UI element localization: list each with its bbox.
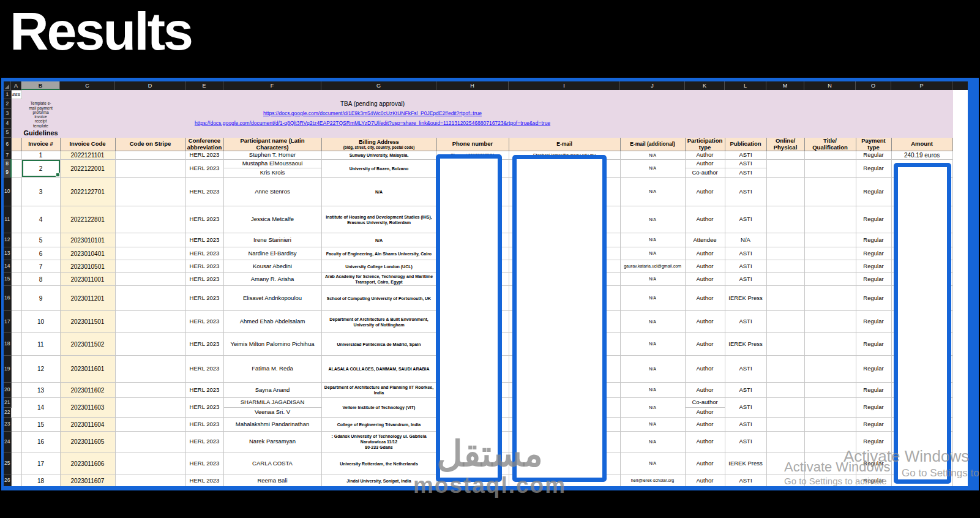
cell-billing[interactable]: Jindal University, Sonipat, India xyxy=(321,475,436,486)
cell-invoice-code[interactable]: 2023011607 xyxy=(60,475,115,486)
cell[interactable] xyxy=(115,398,185,418)
cell-conference[interactable]: HERL 2023 xyxy=(185,475,223,486)
cell-invoice-num[interactable]: 12 xyxy=(21,356,60,383)
cell-template-note[interactable]: Template e- mail payment proforma invoic… xyxy=(21,99,60,129)
cell-participant[interactable]: Narek Parsamyan xyxy=(223,432,321,452)
column-header[interactable]: C xyxy=(60,81,115,90)
cell-payment[interactable]: Regular xyxy=(856,418,891,432)
cell[interactable] xyxy=(11,383,21,398)
cell[interactable] xyxy=(766,206,804,233)
row-header[interactable]: 25 xyxy=(4,452,11,475)
row-header[interactable]: 21 xyxy=(4,398,11,408)
cell-publication[interactable]: N/A xyxy=(725,233,766,247)
cell-invoice-num[interactable]: 1 xyxy=(21,151,60,160)
cell-invoice-num[interactable]: 7 xyxy=(21,260,60,273)
column-header[interactable]: I xyxy=(509,81,620,90)
cell-conference[interactable]: HERL 2023 xyxy=(185,233,223,247)
cell-billing[interactable]: Universidad Politécnica de Madrid, Spain xyxy=(321,333,436,356)
cell[interactable] xyxy=(11,178,21,206)
cell-participant[interactable]: Jessica Metcalfe xyxy=(223,206,321,233)
cell[interactable] xyxy=(115,356,185,383)
row-header[interactable]: 20 xyxy=(4,383,11,398)
cell-publication[interactable]: ASTI xyxy=(725,260,766,273)
cell-invoice-code[interactable]: 2023011001 xyxy=(60,273,115,286)
cell[interactable] xyxy=(11,233,21,247)
cell[interactable] xyxy=(766,178,804,206)
cell-participation[interactable]: Author xyxy=(685,408,725,418)
cell-email-additional[interactable]: N/A xyxy=(620,206,685,233)
cell-email-additional[interactable]: N/A xyxy=(620,383,685,398)
col-header-online-physical[interactable]: Online/ Physical xyxy=(766,138,804,151)
cell-billing[interactable]: Institute of Housing and Development Stu… xyxy=(321,206,436,233)
cell-publication[interactable]: ASTI xyxy=(725,206,766,233)
cell-participation[interactable]: Author xyxy=(685,247,725,260)
cell-publication[interactable]: ASTI xyxy=(725,398,766,418)
column-header[interactable]: M xyxy=(766,81,804,90)
cell-conference[interactable]: HERL 2023 xyxy=(185,178,223,206)
cell-email-additional[interactable]: N/A xyxy=(620,418,685,432)
cell-conference[interactable]: HERL 2023 xyxy=(185,418,223,432)
cell-invoice-num[interactable]: 10 xyxy=(21,311,60,333)
cell[interactable] xyxy=(766,475,804,486)
cell-payment[interactable]: Regular xyxy=(856,260,891,273)
cell-tba[interactable]: TBA (pending approval) xyxy=(60,99,685,109)
cell-participant[interactable]: Reema Bali xyxy=(223,475,321,486)
cell[interactable] xyxy=(804,206,856,233)
column-header[interactable]: P xyxy=(891,81,952,90)
cell-email-additional[interactable]: N/A xyxy=(620,247,685,260)
cell-a1[interactable]: ### xyxy=(11,91,21,99)
cell[interactable] xyxy=(11,119,21,129)
cell-publication[interactable]: ASTI xyxy=(725,178,766,206)
cell[interactable] xyxy=(11,418,21,432)
cell-participation[interactable]: Co-author xyxy=(685,168,725,178)
cell-billing[interactable]: ALASALA COLLAGES, DAMMAM, SAUDI ARABIA xyxy=(321,356,436,383)
cell[interactable] xyxy=(11,286,21,311)
cell[interactable] xyxy=(804,273,856,286)
row-header[interactable]: 22 xyxy=(4,408,11,418)
cell-payment[interactable]: Regular xyxy=(856,160,891,178)
cell-amount[interactable]: 240.19 euros xyxy=(891,151,952,160)
col-header-participation[interactable]: Participation type xyxy=(685,138,725,151)
cell[interactable] xyxy=(11,151,21,160)
row-header[interactable]: 1 xyxy=(4,91,11,99)
cell-conference[interactable]: HERL 2023 xyxy=(185,383,223,398)
cell[interactable] xyxy=(115,273,185,286)
cell[interactable] xyxy=(115,260,185,273)
cell-email-additional[interactable]: N/A xyxy=(620,178,685,206)
cell[interactable] xyxy=(804,233,856,247)
cell-participation[interactable]: Author xyxy=(685,418,725,432)
cell[interactable] xyxy=(766,160,804,178)
cell-billing[interactable]: Vellore Institute of Technology (VIT) xyxy=(321,398,436,418)
cell-participant[interactable]: Veenaa Sri. V xyxy=(223,408,321,418)
cell[interactable] xyxy=(11,109,21,119)
cell-invoice-num[interactable]: 17 xyxy=(21,452,60,475)
cell-invoice-num[interactable]: 11 xyxy=(21,333,60,356)
cell-invoice-code[interactable]: 2022121101 xyxy=(60,151,115,160)
cell-participant[interactable]: Ahmed Ehab Abdelsalam xyxy=(223,311,321,333)
cell-email-additional[interactable]: gaurav.kataria.ucl@gmail.com xyxy=(620,260,685,273)
row-header[interactable]: 5 xyxy=(4,129,11,138)
cell-invoice-num[interactable]: 9 xyxy=(21,286,60,311)
cell[interactable] xyxy=(115,432,185,452)
column-header[interactable]: G xyxy=(321,81,436,90)
cell[interactable] xyxy=(11,99,21,109)
cell-email-additional[interactable]: N/A xyxy=(620,333,685,356)
cell[interactable] xyxy=(766,151,804,160)
cell[interactable] xyxy=(766,356,804,383)
col-header-title-qualification[interactable]: Title/ Qualification xyxy=(804,138,856,151)
cell-participant[interactable]: Anne Stenros xyxy=(223,178,321,206)
column-header[interactable]: N xyxy=(804,81,856,90)
column-header[interactable]: J xyxy=(620,81,685,90)
cell-participant[interactable]: Fatima M. Reda xyxy=(223,356,321,383)
cell-publication[interactable]: ASTI xyxy=(725,418,766,432)
cell[interactable] xyxy=(766,260,804,273)
cell[interactable] xyxy=(11,356,21,383)
cell-participant[interactable]: Mahalakshmi Pandarinathan xyxy=(223,418,321,432)
cell-billing[interactable]: Arab Academy for Science, Technology and… xyxy=(321,273,436,286)
row-header[interactable]: 19 xyxy=(4,356,11,383)
cell-invoice-num[interactable]: 4 xyxy=(21,206,60,233)
cell[interactable] xyxy=(804,398,856,418)
cell-billing[interactable]: University of Bozen, Bolzano xyxy=(321,160,436,178)
cell[interactable] xyxy=(115,247,185,260)
column-header[interactable]: A xyxy=(11,81,21,90)
